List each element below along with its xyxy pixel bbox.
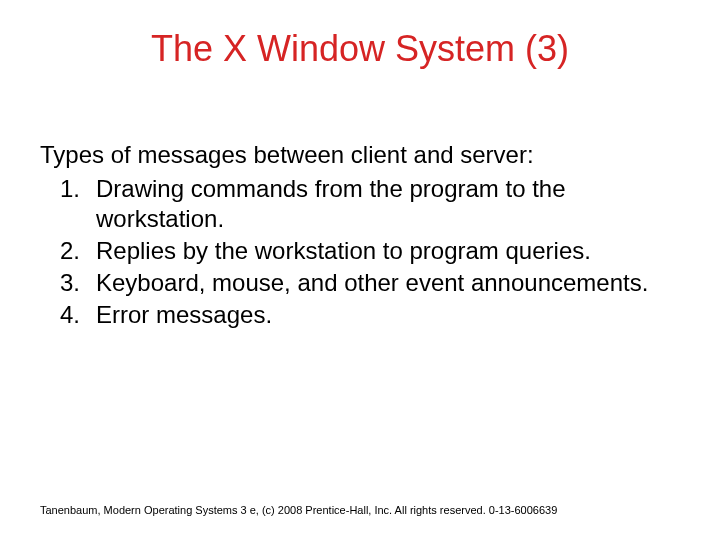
slide-body: Types of messages between client and ser… bbox=[40, 140, 680, 330]
list-number: 4. bbox=[60, 300, 96, 330]
list-number: 1. bbox=[60, 174, 96, 234]
list-item: 2. Replies by the workstation to program… bbox=[60, 236, 680, 266]
list-text: Error messages. bbox=[96, 300, 680, 330]
list-text: Drawing commands from the program to the… bbox=[96, 174, 680, 234]
numbered-list: 1. Drawing commands from the program to … bbox=[40, 174, 680, 330]
intro-text: Types of messages between client and ser… bbox=[40, 140, 680, 170]
list-item: 3. Keyboard, mouse, and other event anno… bbox=[60, 268, 680, 298]
list-number: 3. bbox=[60, 268, 96, 298]
slide-title: The X Window System (3) bbox=[40, 28, 680, 70]
list-item: 4. Error messages. bbox=[60, 300, 680, 330]
list-number: 2. bbox=[60, 236, 96, 266]
list-text: Replies by the workstation to program qu… bbox=[96, 236, 680, 266]
footer-text: Tanenbaum, Modern Operating Systems 3 e,… bbox=[40, 504, 680, 516]
list-item: 1. Drawing commands from the program to … bbox=[60, 174, 680, 234]
list-text: Keyboard, mouse, and other event announc… bbox=[96, 268, 680, 298]
slide: The X Window System (3) Types of message… bbox=[0, 0, 720, 540]
